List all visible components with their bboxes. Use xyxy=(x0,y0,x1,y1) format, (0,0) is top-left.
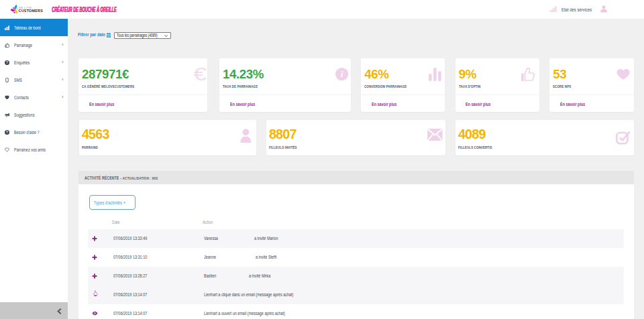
svg-text:i: i xyxy=(341,69,343,79)
svg-text:?: ? xyxy=(6,131,8,134)
svg-text:?: ? xyxy=(6,61,8,64)
